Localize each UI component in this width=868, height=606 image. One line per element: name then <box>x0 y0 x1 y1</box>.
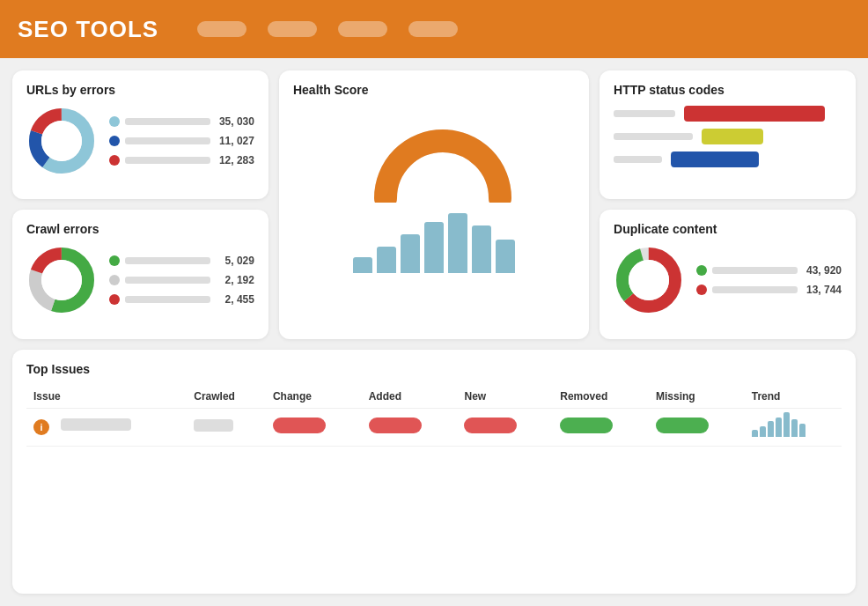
http-val-2 <box>671 152 759 167</box>
health-card: Health Score <box>279 70 589 339</box>
http-row-2 <box>614 152 842 167</box>
bar-5 <box>472 225 491 273</box>
urls-donut <box>26 106 97 176</box>
http-val-0 <box>684 106 825 122</box>
trend-bars <box>752 418 835 437</box>
urls-dot-1 <box>109 136 120 146</box>
col-new: New <box>457 385 553 409</box>
dup-card-title: Duplicate content <box>614 222 842 236</box>
new-pill <box>464 418 517 433</box>
removed-pill <box>560 418 613 433</box>
cell-crawled <box>187 408 266 446</box>
col-crawled: Crawled <box>187 385 266 409</box>
crawl-card: Crawl errors <box>12 210 268 338</box>
cell-missing <box>649 408 745 446</box>
trend-bar-3 <box>776 418 782 437</box>
urls-bar-2 <box>125 157 210 164</box>
dup-card: Duplicate content <box>600 210 856 338</box>
urls-dot-0 <box>109 116 120 127</box>
left-col: URLs by errors <box>12 70 268 339</box>
dup-dot-0 <box>696 265 707 276</box>
nav-pill-4[interactable] <box>408 21 458 37</box>
crawl-val-1: 2, 192 <box>216 274 254 286</box>
bar-3 <box>424 222 444 273</box>
http-label-2 <box>614 156 662 163</box>
http-card-title: HTTP status codes <box>614 83 842 97</box>
crawled-bar <box>194 419 233 432</box>
trend-bar-2 <box>768 421 774 437</box>
cell-change <box>266 408 362 446</box>
issues-card-title: Top Issues <box>26 362 842 376</box>
crawl-legend-item-0: 5, 029 <box>109 255 254 267</box>
bar-4 <box>448 213 467 273</box>
urls-bar-0 <box>125 118 210 125</box>
dup-bar-0 <box>712 267 798 274</box>
urls-bar-1 <box>125 137 210 144</box>
svg-point-9 <box>41 260 82 300</box>
crawl-legend: 5, 029 2, 192 2, 455 <box>109 255 254 306</box>
table-row: i <box>26 408 842 446</box>
info-icon: i <box>33 419 49 435</box>
urls-card-title: URLs by errors <box>26 83 254 97</box>
dup-content: 43, 920 13, 744 <box>614 245 842 315</box>
http-row-0 <box>614 106 842 122</box>
cell-removed <box>553 408 649 446</box>
urls-legend-item-1: 11, 027 <box>109 135 254 147</box>
added-pill <box>369 418 422 433</box>
urls-val-0: 35, 030 <box>216 115 254 128</box>
main-content: URLs by errors <box>0 58 868 606</box>
crawl-bar-0 <box>125 257 210 264</box>
urls-content: 35, 030 11, 027 12, 283 <box>26 106 254 176</box>
health-card-title: Health Score <box>293 83 575 97</box>
issues-card: Top Issues Issue Crawled Change Added Ne… <box>12 350 856 594</box>
top-row: URLs by errors <box>12 70 856 339</box>
svg-point-13 <box>629 260 669 300</box>
col-added: Added <box>362 385 458 409</box>
nav-pill-1[interactable] <box>197 21 246 37</box>
nav-pill-3[interactable] <box>338 21 387 37</box>
cell-added <box>362 408 458 446</box>
crawl-content: 5, 029 2, 192 2, 455 <box>26 245 254 315</box>
crawl-dot-2 <box>109 294 120 305</box>
header: SEO TOOLS <box>0 0 868 58</box>
crawl-dot-1 <box>109 275 120 285</box>
dup-legend-item-0: 43, 920 <box>696 264 842 277</box>
urls-val-1: 11, 027 <box>216 135 254 147</box>
crawl-bar-1 <box>125 277 210 284</box>
urls-legend-item-0: 35, 030 <box>109 115 254 128</box>
nav-pill-2[interactable] <box>268 21 317 37</box>
crawl-val-0: 5, 029 <box>216 255 254 267</box>
col-missing: Missing <box>649 385 745 409</box>
bar-0 <box>353 257 372 273</box>
col-change: Change <box>266 385 362 409</box>
trend-bar-1 <box>760 426 766 437</box>
dup-val-0: 43, 920 <box>803 264 842 277</box>
health-donut <box>372 106 496 194</box>
health-bar-chart <box>293 203 575 273</box>
crawl-dot-0 <box>109 255 120 266</box>
urls-val-2: 12, 283 <box>216 154 254 166</box>
crawl-donut <box>26 245 97 315</box>
http-row-1 <box>614 129 842 144</box>
dup-donut <box>614 245 684 315</box>
http-bars <box>614 106 842 167</box>
col-removed: Removed <box>553 385 649 409</box>
cell-trend <box>745 408 842 446</box>
change-pill <box>273 418 326 433</box>
urls-card: URLs by errors <box>12 70 268 199</box>
crawl-bar-2 <box>125 296 210 303</box>
health-content <box>293 106 575 327</box>
dup-bar-1 <box>712 286 798 293</box>
col-issue: Issue <box>26 385 187 409</box>
table-header-row: Issue Crawled Change Added New Removed M… <box>26 385 842 409</box>
svg-point-4 <box>41 121 82 161</box>
http-card: HTTP status codes <box>600 70 856 199</box>
right-col: HTTP status codes <box>600 70 856 339</box>
urls-legend: 35, 030 11, 027 12, 283 <box>109 115 254 166</box>
crawl-val-2: 2, 455 <box>216 293 254 306</box>
cell-issue: i <box>26 408 187 446</box>
app-title: SEO TOOLS <box>18 16 158 43</box>
urls-dot-2 <box>109 155 120 166</box>
bar-1 <box>377 247 396 273</box>
trend-bar-4 <box>783 412 790 437</box>
